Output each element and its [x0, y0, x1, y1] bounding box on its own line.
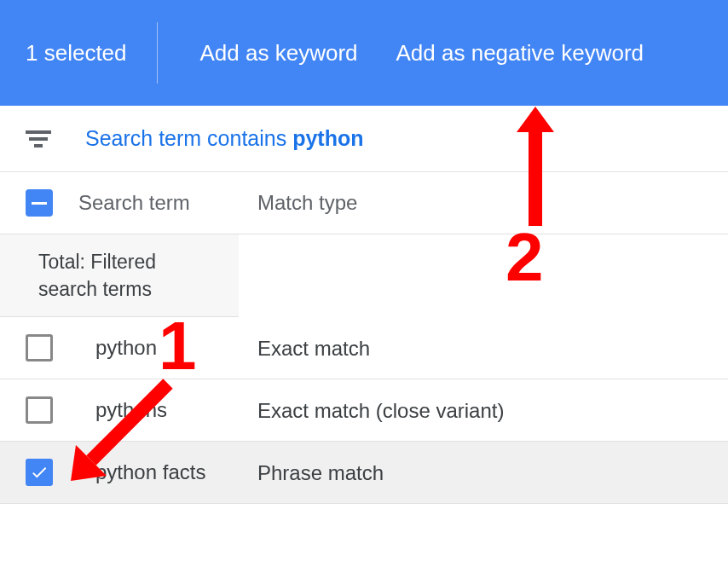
filter-prefix: Search term contains [85, 126, 292, 150]
select-all-checkbox[interactable] [26, 189, 53, 217]
table-header-row: Search term Match type [0, 172, 728, 234]
search-term-cell: pythons [78, 398, 232, 422]
match-type-cell: Exact match [257, 335, 702, 361]
divider [157, 22, 158, 84]
indeterminate-icon [32, 202, 47, 205]
row-checkbox[interactable] [26, 396, 53, 424]
match-type-cell: Phrase match [257, 460, 702, 486]
filter-icon[interactable] [26, 130, 51, 147]
action-bar: 1 selected Add as keyword Add as negativ… [0, 0, 728, 106]
match-type-cell: Exact match (close variant) [257, 397, 702, 424]
selected-count: 1 selected [26, 40, 157, 67]
search-term-cell: python [78, 336, 232, 360]
table-row: pythons Exact match (close variant) [0, 379, 728, 442]
filter-chip[interactable]: Search term contains python [85, 126, 364, 151]
column-header-match-type[interactable]: Match type [257, 191, 702, 215]
filter-value: python [292, 126, 363, 150]
table-row: python facts Phrase match [0, 442, 728, 504]
search-term-cell: python facts [78, 460, 232, 484]
add-as-keyword-button[interactable]: Add as keyword [188, 40, 371, 67]
row-checkbox[interactable] [26, 459, 53, 486]
total-row: Total: Filtered search terms [0, 234, 239, 317]
column-header-search-term[interactable]: Search term [78, 191, 232, 215]
add-as-negative-keyword-button[interactable]: Add as negative keyword [384, 40, 657, 67]
filter-bar: Search term contains python [0, 106, 728, 172]
table-row: python Exact match [0, 317, 728, 379]
row-checkbox[interactable] [26, 334, 53, 361]
check-icon [30, 463, 49, 482]
